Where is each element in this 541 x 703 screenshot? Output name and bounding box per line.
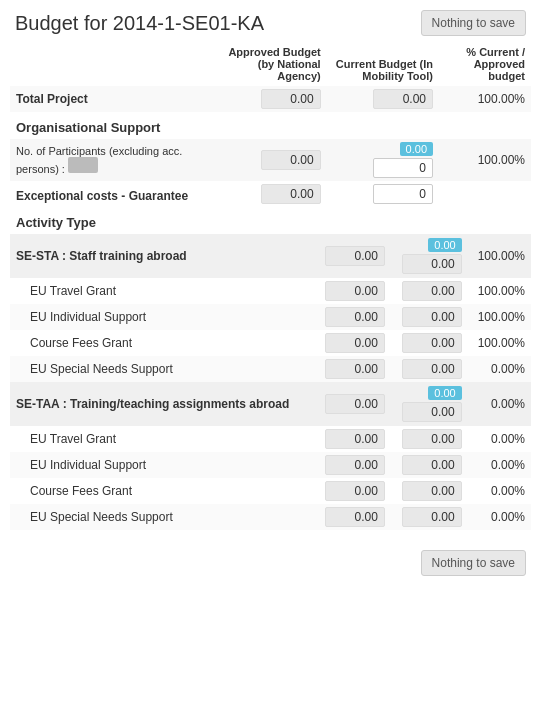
exceptional-approved: 0.00 bbox=[214, 181, 326, 207]
org-support-label: Organisational Support bbox=[10, 112, 531, 139]
item-approved: 0.00 bbox=[314, 304, 391, 330]
group-header-SE-TAA: SE-TAA : Training/teaching assignments a… bbox=[10, 382, 531, 426]
item-current: 0.00 bbox=[391, 504, 468, 530]
group-header-SE-STA: SE-STA : Staff training abroad 0.00 0.00… bbox=[10, 234, 531, 278]
group-label-SE-STA: SE-STA : Staff training abroad bbox=[10, 234, 314, 278]
item-approved: 0.00 bbox=[314, 356, 391, 382]
list-item: EU Travel Grant 0.00 0.00 0.00% bbox=[10, 426, 531, 452]
participants-input[interactable] bbox=[68, 157, 98, 173]
item-percent: 0.00% bbox=[468, 426, 531, 452]
item-current: 0.00 bbox=[391, 330, 468, 356]
group-current-SE-STA: 0.00 0.00 bbox=[391, 234, 468, 278]
group-percent-SE-TAA: 0.00% bbox=[468, 382, 531, 426]
item-percent: 0.00% bbox=[468, 504, 531, 530]
no-participants-row: No. of Participants (excluding acc. pers… bbox=[10, 139, 531, 181]
group-approved-SE-STA: 0.00 bbox=[314, 234, 391, 278]
list-item: EU Special Needs Support 0.00 0.00 0.00% bbox=[10, 504, 531, 530]
item-label: Course Fees Grant bbox=[10, 478, 314, 504]
list-item: EU Travel Grant 0.00 0.00 100.00% bbox=[10, 278, 531, 304]
no-participants-label: No. of Participants (excluding acc. pers… bbox=[10, 139, 214, 181]
exceptional-current: 0 bbox=[327, 181, 439, 207]
group-percent-SE-STA: 100.00% bbox=[468, 234, 531, 278]
item-current: 0.00 bbox=[391, 426, 468, 452]
activity-type-label: Activity Type bbox=[10, 207, 531, 234]
item-current: 0.00 bbox=[391, 304, 468, 330]
item-percent: 0.00% bbox=[468, 356, 531, 382]
item-label: Course Fees Grant bbox=[10, 330, 314, 356]
page-title: Budget for 2014-1-SE01-KA bbox=[15, 12, 264, 35]
list-item: Course Fees Grant 0.00 0.00 100.00% bbox=[10, 330, 531, 356]
group-label-SE-TAA: SE-TAA : Training/teaching assignments a… bbox=[10, 382, 314, 426]
col-header-current: Current Budget (In Mobility Tool) bbox=[327, 42, 439, 86]
item-current: 0.00 bbox=[391, 356, 468, 382]
item-label: EU Travel Grant bbox=[10, 278, 314, 304]
activity-type-section-header: Activity Type bbox=[10, 207, 531, 234]
col-header-approved: Approved Budget (by National Agency) bbox=[214, 42, 326, 86]
item-percent: 100.00% bbox=[468, 330, 531, 356]
col-header-label bbox=[10, 42, 214, 86]
item-current: 0.00 bbox=[391, 452, 468, 478]
total-project-current: 0.00 bbox=[327, 86, 439, 112]
col-header-percent: % Current / Approved budget bbox=[439, 42, 531, 86]
org-approved-cell: 0.00 bbox=[214, 139, 326, 181]
item-percent: 100.00% bbox=[468, 278, 531, 304]
item-approved: 0.00 bbox=[314, 478, 391, 504]
item-approved: 0.00 bbox=[314, 426, 391, 452]
item-label: EU Special Needs Support bbox=[10, 504, 314, 530]
org-percent-cell: 100.00% bbox=[439, 139, 531, 181]
group-approved-SE-TAA: 0.00 bbox=[314, 382, 391, 426]
list-item: EU Individual Support 0.00 0.00 100.00% bbox=[10, 304, 531, 330]
item-label: EU Special Needs Support bbox=[10, 356, 314, 382]
item-percent: 0.00% bbox=[468, 478, 531, 504]
total-project-row: Total Project 0.00 0.00 100.00% bbox=[10, 86, 531, 112]
exceptional-label: Exceptional costs - Guarantee bbox=[10, 181, 214, 207]
item-current: 0.00 bbox=[391, 278, 468, 304]
total-project-percent: 100.00% bbox=[439, 86, 531, 112]
item-approved: 0.00 bbox=[314, 504, 391, 530]
item-approved: 0.00 bbox=[314, 278, 391, 304]
item-label: EU Individual Support bbox=[10, 452, 314, 478]
item-current: 0.00 bbox=[391, 478, 468, 504]
item-approved: 0.00 bbox=[314, 452, 391, 478]
nothing-to-save-button-bottom[interactable]: Nothing to save bbox=[421, 550, 526, 576]
org-support-section-header: Organisational Support bbox=[10, 112, 531, 139]
item-label: EU Individual Support bbox=[10, 304, 314, 330]
org-badge: 0.00 bbox=[400, 142, 433, 156]
total-project-approved: 0.00 bbox=[214, 86, 326, 112]
org-current-cell: 0.00 0 bbox=[327, 139, 439, 181]
item-percent: 100.00% bbox=[468, 304, 531, 330]
item-approved: 0.00 bbox=[314, 330, 391, 356]
exceptional-percent bbox=[439, 181, 531, 207]
total-project-label: Total Project bbox=[10, 86, 214, 112]
list-item: Course Fees Grant 0.00 0.00 0.00% bbox=[10, 478, 531, 504]
item-label: EU Travel Grant bbox=[10, 426, 314, 452]
item-percent: 0.00% bbox=[468, 452, 531, 478]
nothing-to-save-button-top[interactable]: Nothing to save bbox=[421, 10, 526, 36]
exceptional-costs-row: Exceptional costs - Guarantee 0.00 0 bbox=[10, 181, 531, 207]
list-item: EU Individual Support 0.00 0.00 0.00% bbox=[10, 452, 531, 478]
group-current-SE-TAA: 0.00 0.00 bbox=[391, 382, 468, 426]
list-item: EU Special Needs Support 0.00 0.00 0.00% bbox=[10, 356, 531, 382]
